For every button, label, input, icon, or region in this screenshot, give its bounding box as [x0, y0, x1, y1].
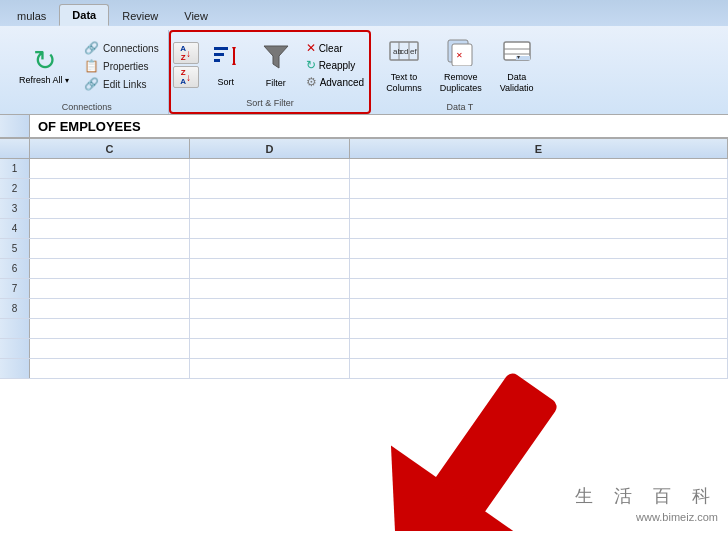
- cell-e1[interactable]: [350, 159, 728, 178]
- data-validation-button[interactable]: ▾ DataValidatio: [493, 33, 541, 99]
- remove-duplicates-icon: ✕: [446, 38, 476, 70]
- text-to-columns-button[interactable]: ab cd ef Text toColumns: [379, 33, 429, 99]
- edit-links-icon: 🔗: [83, 77, 99, 91]
- cell-c10[interactable]: [30, 339, 190, 358]
- cell-c7[interactable]: [30, 279, 190, 298]
- remove-duplicates-button[interactable]: ✕ RemoveDuplicates: [433, 33, 489, 99]
- sort-za-button[interactable]: Z A ↓: [173, 66, 199, 88]
- row-num-10: [0, 339, 30, 358]
- row-num-1: 1: [0, 159, 30, 178]
- table-row: [0, 339, 728, 359]
- cell-d2[interactable]: [190, 179, 350, 198]
- row-num-11: [0, 359, 30, 378]
- sort-filter-items: A Z ↓ Z A ↓: [173, 34, 367, 96]
- filter-label: Filter: [266, 78, 286, 88]
- sort-label: Sort: [217, 77, 234, 87]
- watermark-url: www.bimeiz.com: [575, 510, 718, 525]
- table-row: 4: [0, 219, 728, 239]
- advanced-button[interactable]: ⚙ Advanced: [303, 74, 367, 90]
- svg-rect-21: [396, 370, 560, 531]
- main-area: OF EMPLOYEES C D E 1 2: [0, 115, 728, 531]
- cell-c2[interactable]: [30, 179, 190, 198]
- tab-review[interactable]: Review: [109, 4, 171, 26]
- sort-button[interactable]: Sort: [203, 38, 249, 92]
- filter-icon: [262, 42, 290, 76]
- text-to-columns-icon: ab cd ef: [389, 38, 419, 70]
- cell-e11[interactable]: [350, 359, 728, 378]
- svg-marker-22: [328, 445, 530, 531]
- properties-button[interactable]: 📋 Properties: [80, 58, 152, 74]
- tab-view[interactable]: View: [171, 4, 221, 26]
- table-row: 2: [0, 179, 728, 199]
- cell-c8[interactable]: [30, 299, 190, 318]
- connections-list: 🔗 Connections 📋 Properties 🔗 Edit Links: [80, 40, 162, 92]
- cell-c3[interactable]: [30, 199, 190, 218]
- ribbon-content: ↻ Refresh All ▾ 🔗 Connections 📋 Properti…: [0, 26, 728, 114]
- edit-links-button[interactable]: 🔗 Edit Links: [80, 76, 149, 92]
- tab-data[interactable]: Data: [59, 4, 109, 26]
- cell-e6[interactable]: [350, 259, 728, 278]
- svg-text:cd: cd: [400, 47, 408, 56]
- table-row: 5: [0, 239, 728, 259]
- col-header-d[interactable]: D: [190, 139, 350, 159]
- sort-az-button[interactable]: A Z ↓: [173, 42, 199, 64]
- connections-icon: 🔗: [83, 41, 99, 55]
- data-tools-group: ab cd ef Text toColumns ✕: [371, 30, 549, 114]
- cell-c6[interactable]: [30, 259, 190, 278]
- cell-c4[interactable]: [30, 219, 190, 238]
- cell-d5[interactable]: [190, 239, 350, 258]
- tab-formulas[interactable]: mulas: [4, 4, 59, 26]
- cell-d10[interactable]: [190, 339, 350, 358]
- cell-c1[interactable]: [30, 159, 190, 178]
- cell-d3[interactable]: [190, 199, 350, 218]
- ribbon: mulas Data Review View ↻ Refresh All ▾: [0, 0, 728, 115]
- cell-e4[interactable]: [350, 219, 728, 238]
- row-num-corner: [0, 115, 30, 137]
- filter-button[interactable]: Filter: [253, 37, 299, 93]
- filter-actions: ✕ Clear ↻ Reapply ⚙ Advanced: [303, 40, 367, 90]
- cell-d8[interactable]: [190, 299, 350, 318]
- cell-d4[interactable]: [190, 219, 350, 238]
- employees-header-row: OF EMPLOYEES: [0, 115, 728, 139]
- col-header-c[interactable]: C: [30, 139, 190, 159]
- cell-d11[interactable]: [190, 359, 350, 378]
- data-tools-group-label: Data T: [446, 100, 473, 114]
- table-row: 7: [0, 279, 728, 299]
- connections-button[interactable]: 🔗 Connections: [80, 40, 162, 56]
- cell-e5[interactable]: [350, 239, 728, 258]
- row-num-4: 4: [0, 219, 30, 238]
- cell-e10[interactable]: [350, 339, 728, 358]
- cell-e9[interactable]: [350, 319, 728, 338]
- cell-e8[interactable]: [350, 299, 728, 318]
- data-tools-items: ab cd ef Text toColumns ✕: [379, 32, 541, 100]
- svg-rect-1: [214, 53, 224, 56]
- cell-d9[interactable]: [190, 319, 350, 338]
- cell-d6[interactable]: [190, 259, 350, 278]
- row-num-header-corner: [0, 139, 30, 158]
- cell-c9[interactable]: [30, 319, 190, 338]
- cell-c5[interactable]: [30, 239, 190, 258]
- refresh-icon: ↻: [33, 47, 56, 75]
- employees-label: OF EMPLOYEES: [30, 115, 149, 137]
- table-row: 6: [0, 259, 728, 279]
- sort-buttons: A Z ↓ Z A ↓: [173, 42, 199, 88]
- svg-marker-5: [232, 61, 236, 65]
- cell-e7[interactable]: [350, 279, 728, 298]
- reapply-button[interactable]: ↻ Reapply: [303, 57, 367, 73]
- spreadsheet-body: 1 2 3 4: [0, 159, 728, 379]
- cell-d1[interactable]: [190, 159, 350, 178]
- cell-d7[interactable]: [190, 279, 350, 298]
- col-header-e[interactable]: E: [350, 139, 728, 159]
- cell-e2[interactable]: [350, 179, 728, 198]
- cell-e3[interactable]: [350, 199, 728, 218]
- text-to-columns-label: Text toColumns: [386, 72, 422, 94]
- watermark-chinese: 生 活 百 科: [575, 484, 718, 509]
- properties-icon: 📋: [83, 59, 99, 73]
- clear-button[interactable]: ✕ Clear: [303, 40, 367, 56]
- az-arrow-icon: ↓: [186, 48, 191, 59]
- refresh-all-button[interactable]: ↻ Refresh All ▾: [12, 42, 76, 90]
- spreadsheet: OF EMPLOYEES C D E 1 2: [0, 115, 728, 379]
- table-row: 1: [0, 159, 728, 179]
- cell-c11[interactable]: [30, 359, 190, 378]
- svg-text:ef: ef: [410, 47, 417, 56]
